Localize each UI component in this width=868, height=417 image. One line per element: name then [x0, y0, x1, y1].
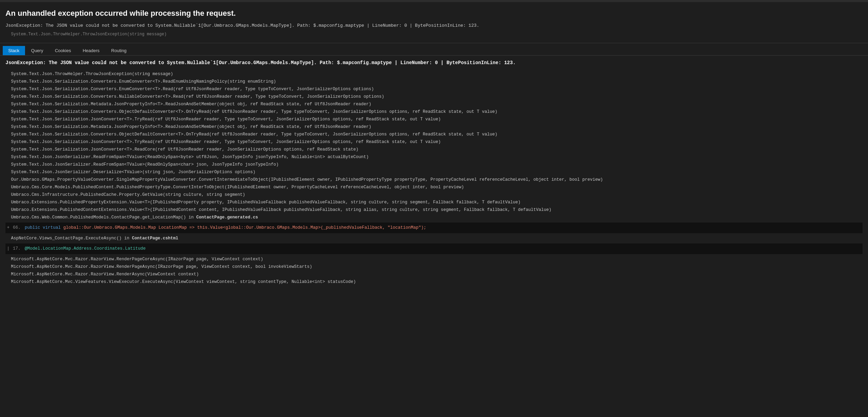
at-model-text: @Model.LocationMap.Address.Coordinates.L…	[25, 246, 146, 251]
header-section: An unhandled exception occurred while pr…	[0, 2, 868, 43]
stack-line: System.Text.Json.Serialization.Converter…	[5, 108, 863, 116]
stack-line: System.Text.Json.Serialization.Metadata.…	[5, 123, 863, 131]
code-text-17: @Model.LocationMap.Address.Coordinates.L…	[25, 246, 146, 252]
tab-routing[interactable]: Routing	[106, 46, 132, 55]
stack-line-r1: Microsoft.AspNetCore.Mvc.Razor.RazorView…	[5, 263, 863, 271]
stack-line: System.Text.Json.ThrowHelper.ThrowJsonEx…	[5, 70, 863, 78]
code-highlight-red: global::Our.Umbraco.GMaps.Models.Map Loc…	[63, 225, 426, 230]
keyword-public: public	[25, 225, 40, 230]
stack-line-contactpage: AspNetCore.Views_ContactPage.ExecuteAsyn…	[5, 235, 863, 242]
stack-line: System.Text.Json.JsonSerializer.ReadFrom…	[5, 161, 863, 168]
content-area: JsonException: The JSON value could not …	[0, 56, 868, 290]
tab-headers[interactable]: Headers	[77, 46, 105, 55]
stack-line-contact-text: AspNetCore.Views_ContactPage.ExecuteAsyn…	[11, 236, 132, 241]
code-block-1: + 66. public virtual global::Our.Umbraco…	[5, 223, 863, 233]
tab-stack[interactable]: Stack	[3, 46, 25, 55]
bold-filename: ContactPage.generated.cs	[196, 215, 258, 220]
stack-line-r0: Microsoft.AspNetCore.Mvc.Razor.RazorView…	[5, 255, 863, 263]
stack-line-with-file: Umbraco.Cms.Web.Common.PublishedModels.C…	[5, 214, 863, 221]
exception-type: JsonException:	[5, 23, 43, 28]
code-line-17: | 17. @Model.LocationMap.Address.Coordin…	[5, 245, 863, 253]
code-text-66: public virtual global::Our.Umbraco.GMaps…	[25, 225, 426, 231]
stack-line-r3: Microsoft.AspNetCore.Mvc.ViewFeatures.Vi…	[5, 278, 863, 286]
stack-line: Umbraco.Cms.Core.Models.PublishedContent…	[5, 183, 863, 191]
expand-icon[interactable]: +	[5, 225, 11, 231]
keyword-virtual: virtual	[43, 225, 61, 230]
line-number-66: 66.	[11, 225, 25, 231]
stack-line: System.Text.Json.Serialization.Converter…	[5, 85, 863, 93]
tabs-bar: Stack Query Cookies Headers Routing	[0, 43, 868, 56]
exception-header: JsonException: The JSON value could not …	[5, 60, 863, 67]
exception-message: The JSON value could not be converted to…	[43, 23, 479, 28]
stack-line-text: Umbraco.Cms.Web.Common.PublishedModels.C…	[11, 215, 196, 220]
bold-filename-cshtml: ContactPage.cshtml	[132, 236, 178, 241]
expand-icon-2[interactable]: |	[5, 246, 11, 252]
stack-line: Umbraco.Extensions.PublishedContentExten…	[5, 206, 863, 214]
stack-line: Umbraco.Extensions.PublishedPropertyExte…	[5, 199, 863, 206]
stack-trace: System.Text.Json.ThrowHelper.ThrowJsonEx…	[5, 70, 863, 286]
stack-line: System.Text.Json.Serialization.Converter…	[5, 78, 863, 85]
stack-line: System.Text.Json.Serialization.Converter…	[5, 93, 863, 100]
stack-line-r2: Microsoft.AspNetCore.Mvc.Razor.RazorView…	[5, 271, 863, 278]
code-line-66: + 66. public virtual global::Our.Umbraco…	[5, 224, 863, 232]
stack-line: System.Text.Json.Serialization.Converter…	[5, 131, 863, 138]
stack-line: System.Text.Json.Serialization.JsonConve…	[5, 116, 863, 123]
code-block-2: | 17. @Model.LocationMap.Address.Coordin…	[5, 243, 863, 254]
helper-text: System.Text.Json.ThrowHelper.ThrowJsonEx…	[5, 31, 863, 37]
stack-line: Umbraco.Cms.Infrastructure.PublishedCach…	[5, 191, 863, 199]
stack-line: System.Text.Json.JsonSerializer.ReadFrom…	[5, 153, 863, 161]
tab-query[interactable]: Query	[26, 46, 49, 55]
stack-line: Our.Umbraco.GMaps.PropertyValueConverter…	[5, 176, 863, 183]
stack-line: System.Text.Json.Serialization.Metadata.…	[5, 100, 863, 108]
tab-cookies[interactable]: Cookies	[49, 46, 77, 55]
stack-line: System.Text.Json.Serialization.JsonConve…	[5, 138, 863, 146]
stack-line: System.Text.Json.JsonSerializer.Deserial…	[5, 168, 863, 176]
exception-line: JsonException: The JSON value could not …	[5, 22, 863, 29]
main-title: An unhandled exception occurred while pr…	[5, 8, 863, 19]
line-number-17: 17.	[11, 246, 25, 252]
stack-line: System.Text.Json.Serialization.JsonConve…	[5, 146, 863, 153]
